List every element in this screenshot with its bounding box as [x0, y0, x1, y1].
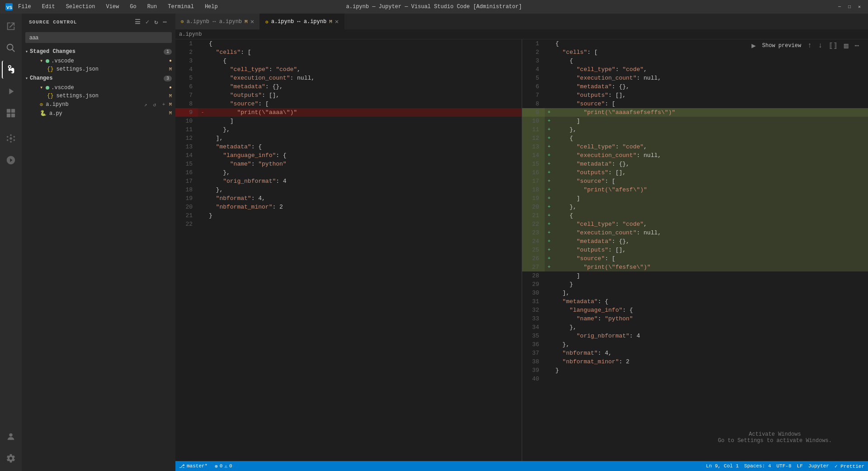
line-number: 18	[522, 186, 545, 194]
activity-account[interactable]	[2, 428, 20, 446]
run-notebook-icon[interactable]: ▶	[750, 40, 758, 51]
json-icon: {}	[47, 66, 53, 72]
line-content: },	[207, 186, 522, 194]
maximize-button[interactable]: □	[846, 4, 853, 10]
branch-icon: ⎇	[179, 463, 185, 469]
tab1-close[interactable]: ✕	[250, 19, 254, 25]
next-change-button[interactable]: ↓	[816, 41, 825, 51]
line-number: 11	[175, 125, 198, 134]
close-button[interactable]: ✕	[856, 4, 863, 10]
line-content: "cell_type": "code",	[207, 65, 522, 74]
line-number: 8	[522, 100, 545, 108]
line-change-indicator: +	[545, 254, 554, 263]
status-spaces[interactable]: Spaces: 4	[744, 463, 771, 469]
menu-edit[interactable]: Edit	[40, 3, 57, 11]
menu-bar[interactable]: File Edit Selection View Go Run Terminal…	[16, 3, 220, 11]
line-change-indicator: +	[545, 177, 554, 186]
line-number: 5	[175, 74, 198, 82]
line-change-indicator	[545, 332, 554, 340]
line-content: ]	[554, 271, 868, 280]
inline-view-button[interactable]: ⟦⟧	[827, 40, 839, 51]
line-content: ]	[554, 194, 868, 203]
tab2-icon: ⊙	[265, 19, 269, 25]
source-control-search-input[interactable]	[25, 32, 172, 43]
show-preview-label[interactable]: Show preview	[760, 42, 803, 50]
staged-changes-section-header[interactable]: ▾ Staged Changes 1	[22, 47, 175, 57]
status-formatter[interactable]: ✓ Prettier	[835, 463, 864, 469]
line-number: 17	[175, 177, 198, 186]
tab-aipynb-2[interactable]: ⊙ a.ipynb ↔ a.ipynb M ✕	[260, 14, 344, 29]
activity-remote[interactable]	[2, 151, 20, 169]
menu-run[interactable]: Run	[146, 3, 159, 11]
notebook-icon: ⊙	[40, 101, 43, 108]
code-line-5: 5 "execution_count": null,	[522, 74, 868, 82]
changes-aipynb-name: a.ipynb	[46, 101, 140, 108]
split-view-button[interactable]: ▥	[842, 40, 850, 51]
menu-view[interactable]: View	[104, 3, 121, 11]
sidebar-more-icon[interactable]: ⋯	[162, 17, 168, 27]
diff-left-code[interactable]: 1{2 "cells": [3 {4 "cell_type": "code",5…	[175, 39, 522, 461]
menu-selection[interactable]: Selection	[64, 3, 97, 11]
menu-file[interactable]: File	[16, 3, 33, 11]
open-file-icon[interactable]: ↗	[142, 101, 149, 108]
activity-search[interactable]	[2, 39, 20, 57]
tab2-close[interactable]: ✕	[335, 19, 339, 25]
changes-aipynb-item[interactable]: ⊙ a.ipynb ↗ ↺ + M	[22, 100, 175, 109]
minimize-button[interactable]: ─	[836, 4, 843, 10]
status-branch[interactable]: ⎇ master*	[179, 463, 208, 469]
changes-chevron: ▾	[25, 76, 28, 81]
stage-changes-icon[interactable]: +	[160, 101, 167, 108]
sidebar-list-icon[interactable]: ☰	[134, 17, 142, 27]
line-number: 14	[175, 151, 198, 160]
activity-settings[interactable]	[2, 449, 20, 467]
activity-run[interactable]	[2, 82, 20, 100]
staged-vscode-folder[interactable]: ▾ .vscode ●	[22, 57, 175, 65]
activity-jupyter[interactable]	[2, 129, 20, 147]
menu-go[interactable]: Go	[128, 3, 138, 11]
line-change-indicator	[198, 194, 207, 203]
line-number: 12	[175, 134, 198, 143]
line-content: "print(\"fesfse\")"	[554, 263, 868, 271]
activity-extensions[interactable]	[2, 104, 20, 122]
menu-help[interactable]: Help	[203, 3, 220, 11]
status-encoding[interactable]: UTF-8	[777, 463, 792, 469]
line-content: "nbformat_minor": 2	[554, 357, 868, 366]
sidebar-check-icon[interactable]: ✓	[145, 17, 151, 27]
sidebar-refresh-icon[interactable]: ↻	[153, 17, 159, 27]
activity-bar	[0, 14, 22, 471]
prev-change-button[interactable]: ↑	[806, 41, 814, 51]
line-change-indicator	[198, 48, 207, 57]
code-line-26: 26+ "source": [	[522, 254, 868, 263]
line-number: 3	[175, 57, 198, 65]
activity-source-control[interactable]	[2, 61, 20, 79]
line-content: "metadata": {},	[554, 237, 868, 246]
line-change-indicator: +	[545, 151, 554, 160]
line-change-indicator	[198, 143, 207, 151]
window-controls[interactable]: ─ □ ✕	[836, 4, 863, 10]
code-line-7: 7 "outputs": [],	[522, 91, 868, 100]
aipynb-file-actions[interactable]: ↗ ↺ +	[142, 101, 167, 108]
status-language[interactable]: Jupyter	[808, 463, 829, 469]
more-options-button[interactable]: ⋯	[853, 40, 861, 51]
changes-apy-item[interactable]: 🐍 a.py M	[22, 109, 175, 118]
staged-settings-json-item[interactable]: {} settings.json M	[22, 65, 175, 73]
changes-vscode-folder[interactable]: ▾ .vscode ●	[22, 83, 175, 92]
tab1-icon: ⊙	[181, 19, 184, 24]
changes-settings-json-item[interactable]: {} settings.json M	[22, 92, 175, 100]
line-content: "nbformat": 4,	[207, 194, 522, 203]
changes-label: Changes	[30, 75, 164, 81]
discard-changes-icon[interactable]: ↺	[151, 101, 158, 108]
line-change-indicator: +	[545, 237, 554, 246]
activity-explorer[interactable]	[2, 17, 20, 35]
status-eol[interactable]: LF	[797, 463, 803, 469]
sidebar: SOURCE CONTROL ☰ ✓ ↻ ⋯ ▾ Staged Changes …	[22, 14, 175, 471]
menu-terminal[interactable]: Terminal	[166, 3, 196, 11]
changes-section-header[interactable]: ▾ Changes 3	[22, 73, 175, 83]
vscode-logo-icon: VS	[5, 3, 13, 10]
line-number: 3	[522, 57, 545, 65]
status-errors[interactable]: ⊗ 0 ⚠ 0	[215, 463, 232, 469]
tab-aipynb-1[interactable]: ⊙ a.ipynb ↔ a.ipynb M ✕	[175, 14, 260, 29]
code-line-39: 39}	[522, 366, 868, 375]
status-cursor[interactable]: Ln 9, Col 1	[706, 463, 739, 469]
diff-right-code[interactable]: 1{2 "cells": [3 {4 "cell_type": "code",5…	[522, 39, 868, 461]
